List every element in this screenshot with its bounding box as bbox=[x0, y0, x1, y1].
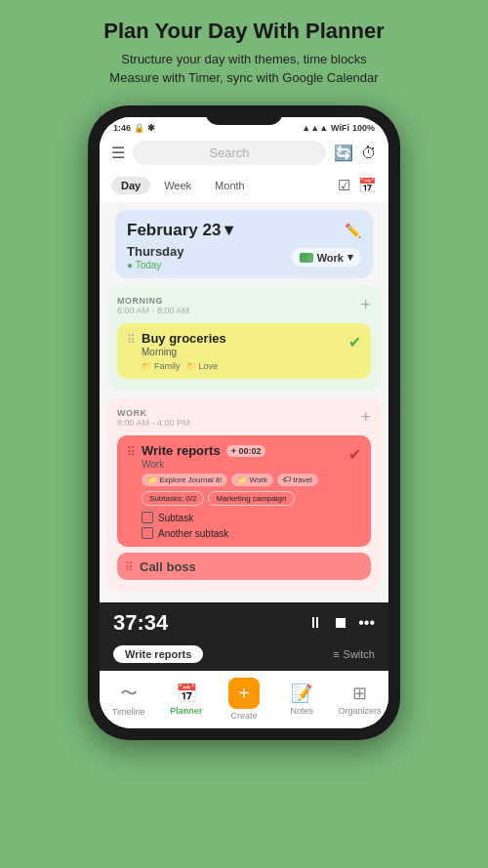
switch-icon: ≡ bbox=[333, 648, 339, 660]
day-label: Thursday bbox=[127, 244, 184, 259]
status-icons: 🔒 ✱ bbox=[134, 123, 155, 133]
bottom-nav: 〜 Timeline 📅 Planner + Create 📝 Notes ⊞ … bbox=[100, 671, 388, 728]
planner-label: Planner bbox=[170, 706, 202, 716]
scroll-content: February 23 ▾ ✏️ Thursday ● Today Work ▾ bbox=[100, 202, 388, 602]
work-section: WORK 8:00 AM - 4:00 PM + ⠿ Write reports… bbox=[107, 398, 381, 592]
tag-work: 📁 Work bbox=[231, 474, 273, 486]
tag-family: 📁 Family bbox=[142, 361, 181, 371]
call-boss-title: Call boss bbox=[140, 559, 196, 574]
subtask-checkbox-2[interactable] bbox=[142, 527, 153, 539]
date-title: February 23 ▾ bbox=[127, 220, 233, 240]
subtask-2: Another subtask bbox=[142, 527, 343, 539]
date-header: February 23 ▾ ✏️ Thursday ● Today Work ▾ bbox=[115, 210, 373, 278]
phone-screen: 1:46 🔒 ✱ ▲▲▲ WiFi 100% ☰ Search 🔄 ⏱ Day … bbox=[100, 117, 388, 728]
work-title: WORK bbox=[117, 408, 190, 418]
drag-handle: ⠿ bbox=[127, 333, 136, 347]
call-boss-task[interactable]: ⠿ Call boss bbox=[117, 553, 371, 580]
tag-love: 📁 Love bbox=[186, 361, 219, 371]
drag-handle-3: ⠿ bbox=[125, 560, 134, 574]
work-dropdown: ▾ bbox=[347, 251, 353, 264]
timer-task-row: Write reports ≡ Switch bbox=[100, 643, 388, 671]
timer-bar: 37:34 ⏸ ⏹ ••• bbox=[100, 602, 388, 643]
timer-label: + 00:02 bbox=[226, 445, 266, 457]
phone-frame: 1:46 🔒 ✱ ▲▲▲ WiFi 100% ☰ Search 🔄 ⏱ Day … bbox=[88, 105, 400, 740]
timer-icon[interactable]: ⏱ bbox=[361, 145, 377, 162]
battery-label: 100% bbox=[352, 123, 375, 133]
work-add-button[interactable]: + bbox=[360, 408, 371, 426]
edit-icon[interactable]: ✏️ bbox=[345, 223, 361, 238]
refresh-icon[interactable]: 🔄 bbox=[334, 144, 353, 162]
switch-label: Switch bbox=[344, 648, 375, 660]
page-title: Plan Your Day With Planner bbox=[20, 18, 468, 46]
task-check[interactable]: ✔ bbox=[348, 333, 361, 351]
switch-button[interactable]: ≡ Switch bbox=[333, 648, 375, 660]
day-row: Thursday ● Today Work ▾ bbox=[127, 244, 361, 270]
task-title: Buy groceries bbox=[142, 331, 343, 346]
status-right: ▲▲▲ WiFi 100% bbox=[302, 123, 375, 133]
task-tags: 📁 Family 📁 Love bbox=[142, 361, 343, 371]
nav-notes[interactable]: 📝 Notes bbox=[273, 682, 331, 716]
today-label: ● Today bbox=[127, 260, 184, 270]
phone-notch bbox=[205, 105, 283, 125]
calendar-icon[interactable]: 📅 bbox=[358, 177, 377, 194]
subtask-checkbox-1[interactable] bbox=[142, 512, 153, 523]
signal-icon: ▲▲▲ bbox=[302, 123, 328, 133]
nav-create[interactable]: + Create bbox=[215, 678, 272, 721]
nav-planner[interactable]: 📅 Planner bbox=[157, 682, 215, 716]
organizers-label: Organizers bbox=[338, 706, 381, 716]
notes-icon: 📝 bbox=[291, 682, 312, 704]
view-tabs-right: ☑ 📅 bbox=[338, 177, 377, 194]
day-info: Thursday ● Today bbox=[127, 244, 184, 270]
page-subtitle: Structure your day with themes, time blo… bbox=[20, 50, 468, 88]
write-reports-info: Write reports + 00:02 Work 📁 Explore Jou… bbox=[142, 443, 343, 539]
timeline-icon: 〜 bbox=[120, 682, 138, 705]
morning-add-button[interactable]: + bbox=[360, 296, 371, 313]
subtask-pills: Subtasks: 0/2 Marketing campaign bbox=[142, 491, 343, 506]
work-title-group: WORK 8:00 AM - 4:00 PM bbox=[117, 408, 190, 428]
tab-day[interactable]: Day bbox=[111, 177, 150, 194]
menu-icon[interactable]: ☰ bbox=[111, 144, 125, 162]
notes-label: Notes bbox=[290, 706, 313, 716]
nav-timeline[interactable]: 〜 Timeline bbox=[100, 682, 157, 717]
timer-stop-button[interactable]: ⏹ bbox=[333, 614, 348, 632]
subtask-1: Subtask bbox=[142, 512, 343, 523]
work-time: 8:00 AM - 4:00 PM bbox=[117, 418, 190, 428]
tab-month[interactable]: Month bbox=[205, 177, 255, 194]
tab-week[interactable]: Week bbox=[154, 177, 201, 194]
morning-header: MORNING 6:00 AM - 8:00 AM + bbox=[117, 296, 371, 315]
work-badge[interactable]: Work ▾ bbox=[292, 248, 361, 267]
marketing-campaign: Marketing campaign bbox=[208, 491, 294, 506]
drag-handle-2: ⠿ bbox=[127, 445, 136, 459]
timer-more-button[interactable]: ••• bbox=[358, 614, 375, 632]
page-header: Plan Your Day With Planner Structure you… bbox=[0, 0, 488, 98]
create-button[interactable]: + bbox=[228, 678, 260, 709]
work-label: Work bbox=[317, 252, 344, 264]
morning-time: 6:00 AM - 8:00 AM bbox=[117, 306, 189, 315]
subtasks-list: Subtask Another subtask bbox=[142, 512, 343, 539]
work-icon bbox=[300, 253, 313, 263]
timer-task-label[interactable]: Write reports bbox=[113, 645, 203, 663]
date-row: February 23 ▾ ✏️ bbox=[127, 220, 361, 240]
checklist-icon[interactable]: ☑ bbox=[338, 177, 350, 194]
timer-controls: ⏸ ⏹ ••• bbox=[307, 614, 375, 632]
subtask-label-2: Another subtask bbox=[158, 528, 228, 539]
buy-groceries-task[interactable]: ⠿ Buy groceries Morning 📁 Family 📁 Love … bbox=[117, 323, 371, 379]
timer-time: 37:34 bbox=[113, 610, 307, 636]
write-reports-task[interactable]: ⠿ Write reports + 00:02 Work 📁 Explore J… bbox=[117, 435, 371, 547]
task-subtitle: Morning bbox=[142, 347, 343, 357]
planner-icon: 📅 bbox=[176, 682, 197, 704]
organizers-icon: ⊞ bbox=[352, 682, 367, 704]
dropdown-arrow[interactable]: ▾ bbox=[224, 220, 233, 240]
timer-pause-button[interactable]: ⏸ bbox=[307, 614, 323, 632]
write-reports-title: Write reports bbox=[142, 443, 221, 458]
task1-subtitle: Work bbox=[142, 459, 343, 470]
task1-check[interactable]: ✔ bbox=[348, 445, 361, 464]
nav-organizers[interactable]: ⊞ Organizers bbox=[331, 682, 388, 716]
search-input[interactable]: Search bbox=[133, 141, 326, 165]
create-label: Create bbox=[231, 711, 258, 721]
morning-section: MORNING 6:00 AM - 8:00 AM + ⠿ Buy grocer… bbox=[107, 286, 381, 391]
status-left: 1:46 🔒 ✱ bbox=[113, 123, 155, 133]
tag-journal: 📁 Explore Journal it! bbox=[142, 474, 227, 486]
wifi-icon: WiFi bbox=[331, 123, 349, 133]
date-label: February 23 bbox=[127, 221, 221, 240]
